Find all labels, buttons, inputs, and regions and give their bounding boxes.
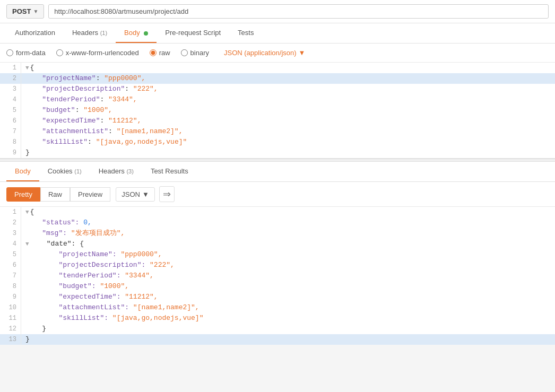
view-buttons: Pretty Raw Preview JSON ▼ ⇒ xyxy=(0,182,555,207)
req-code-line[interactable]: 6 "expectedTime": "11212", xyxy=(0,116,555,126)
view-btn-preview[interactable]: Preview xyxy=(70,187,110,202)
line-number: 1 xyxy=(0,63,21,73)
view-btn-pretty[interactable]: Pretty xyxy=(6,187,40,202)
line-content: "status": 0, xyxy=(25,217,555,228)
line-number: 4 xyxy=(0,94,21,105)
top-bar: POST ▼ xyxy=(0,0,555,23)
line-number: 9 xyxy=(0,292,21,302)
json-type-chevron: ▼ xyxy=(299,49,306,57)
align-icon[interactable]: ⇒ xyxy=(159,186,175,202)
json-type-dropdown[interactable]: JSON (application/json) ▼ xyxy=(224,49,305,57)
response-tabs: Body Cookies (1) Headers (3) Test Result… xyxy=(0,162,555,182)
resp-code-line[interactable]: 12 } xyxy=(0,324,555,334)
req-code-line[interactable]: 8 "skillList": "[java,go,nodejs,vue]" xyxy=(0,137,555,147)
line-number: 7 xyxy=(0,126,21,137)
resp-code-line[interactable]: 7 "tenderPeriod": "3344", xyxy=(0,271,555,281)
line-number: 2 xyxy=(0,217,21,228)
line-number: 7 xyxy=(0,271,21,281)
method-dropdown[interactable]: POST ▼ xyxy=(6,4,44,19)
resp-tab-testresults[interactable]: Test Results xyxy=(142,162,197,181)
resp-tab-cookies[interactable]: Cookies (1) xyxy=(39,162,90,181)
line-number: 8 xyxy=(0,137,21,147)
line-number: 1 xyxy=(0,207,21,217)
resp-json-label: JSON xyxy=(122,190,140,198)
option-binary[interactable]: binary xyxy=(181,49,209,57)
line-content: { xyxy=(30,63,555,73)
line-content: "msg": "发布项目成功", xyxy=(25,228,555,239)
line-number: 10 xyxy=(0,302,21,313)
line-content: "projectName": "ppp0000", xyxy=(25,73,555,84)
tab-authorization[interactable]: Authorization xyxy=(6,23,64,43)
resp-json-dropdown[interactable]: JSON ▼ xyxy=(116,187,155,202)
resp-tab-body[interactable]: Body xyxy=(6,162,39,181)
line-number: 11 xyxy=(0,313,21,324)
resp-code-line[interactable]: 2 "status": 0, xyxy=(0,217,555,228)
line-content: } xyxy=(25,324,555,334)
body-dot xyxy=(144,31,148,36)
view-btn-raw[interactable]: Raw xyxy=(40,187,70,202)
line-number: 12 xyxy=(0,324,21,334)
req-code-line[interactable]: 5 "budget": "1000", xyxy=(0,105,555,116)
resp-code-line[interactable]: 9 "expectedTime": "11212", xyxy=(0,292,555,302)
resp-code-line[interactable]: 4▼ "date": { xyxy=(0,239,555,249)
line-content: "attachmentList": "[name1,name2]", xyxy=(25,126,555,137)
line-content: "skillList": "[java,go,nodejs,vue]" xyxy=(25,137,555,147)
req-code-line[interactable]: 4 "tenderPeriod": "3344", xyxy=(0,94,555,105)
line-content: } xyxy=(25,334,555,345)
request-code-area[interactable]: 1▼{2 "projectName": "ppp0000",3 "project… xyxy=(0,63,555,159)
line-toggle[interactable]: ▼ xyxy=(25,207,29,217)
line-number: 3 xyxy=(0,84,21,94)
line-content: "expectedTime": "11212", xyxy=(25,292,555,302)
req-code-line[interactable]: 1▼{ xyxy=(0,63,555,73)
resp-code-line[interactable]: 1▼{ xyxy=(0,207,555,217)
line-number: 4 xyxy=(0,239,21,249)
line-content: "attachmentList": "[name1,name2]", xyxy=(25,302,555,313)
tab-tests[interactable]: Tests xyxy=(229,23,262,43)
method-label: POST xyxy=(12,7,31,15)
line-content: "tenderPeriod": "3344", xyxy=(25,94,555,105)
json-type-label: JSON (application/json) xyxy=(224,49,297,57)
line-content: "budget": "1000", xyxy=(25,281,555,292)
line-content: { xyxy=(30,207,555,217)
req-code-line[interactable]: 2 "projectName": "ppp0000", xyxy=(0,73,555,84)
option-urlencoded[interactable]: x-www-form-urlencoded xyxy=(56,49,139,57)
resp-code-line[interactable]: 10 "attachmentList": "[name1,name2]", xyxy=(0,302,555,313)
line-number: 6 xyxy=(0,116,21,126)
response-code-area[interactable]: 1▼{2 "status": 0,3 "msg": "发布项目成功",4▼ "d… xyxy=(0,207,555,345)
line-number: 5 xyxy=(0,249,21,260)
request-tabs: Authorization Headers (1) Body Pre-reque… xyxy=(0,23,555,43)
tab-body[interactable]: Body xyxy=(116,23,157,43)
resp-code-line[interactable]: 6 "projectDescription": "222", xyxy=(0,260,555,271)
line-content: "expectedTime": "11212", xyxy=(25,116,555,126)
resp-code-line[interactable]: 11 "skillList": "[java,go,nodejs,vue]" xyxy=(0,313,555,324)
body-options: form-data x-www-form-urlencoded raw bina… xyxy=(0,43,555,63)
line-content: "tenderPeriod": "3344", xyxy=(25,271,555,281)
url-input[interactable] xyxy=(48,4,549,19)
line-toggle[interactable]: ▼ xyxy=(25,239,29,249)
line-number: 3 xyxy=(0,228,21,239)
line-content: } xyxy=(25,147,555,158)
tab-prerequest[interactable]: Pre-request Script xyxy=(157,23,229,43)
line-number: 13 xyxy=(0,334,21,345)
line-content: "projectDescription": "222", xyxy=(25,260,555,271)
req-code-line[interactable]: 9} xyxy=(0,147,555,158)
option-raw[interactable]: raw xyxy=(150,49,170,57)
line-content: "budget": "1000", xyxy=(25,105,555,116)
line-number: 9 xyxy=(0,147,21,158)
req-code-line[interactable]: 7 "attachmentList": "[name1,name2]", xyxy=(0,126,555,137)
resp-tab-headers[interactable]: Headers (3) xyxy=(90,162,142,181)
line-toggle[interactable]: ▼ xyxy=(25,63,29,73)
req-code-line[interactable]: 3 "projectDescription": "222", xyxy=(0,84,555,94)
line-content: "skillList": "[java,go,nodejs,vue]" xyxy=(25,313,555,324)
resp-code-line[interactable]: 3 "msg": "发布项目成功", xyxy=(0,228,555,239)
option-form-data[interactable]: form-data xyxy=(6,49,46,57)
tab-headers[interactable]: Headers (1) xyxy=(64,23,116,43)
resp-json-chevron: ▼ xyxy=(142,190,149,198)
resp-code-line[interactable]: 13} xyxy=(0,334,555,345)
line-content: "date": { xyxy=(30,239,555,249)
resp-code-line[interactable]: 8 "budget": "1000", xyxy=(0,281,555,292)
line-number: 6 xyxy=(0,260,21,271)
line-number: 8 xyxy=(0,281,21,292)
method-chevron: ▼ xyxy=(33,8,38,14)
resp-code-line[interactable]: 5 "projectName": "ppp0000", xyxy=(0,249,555,260)
